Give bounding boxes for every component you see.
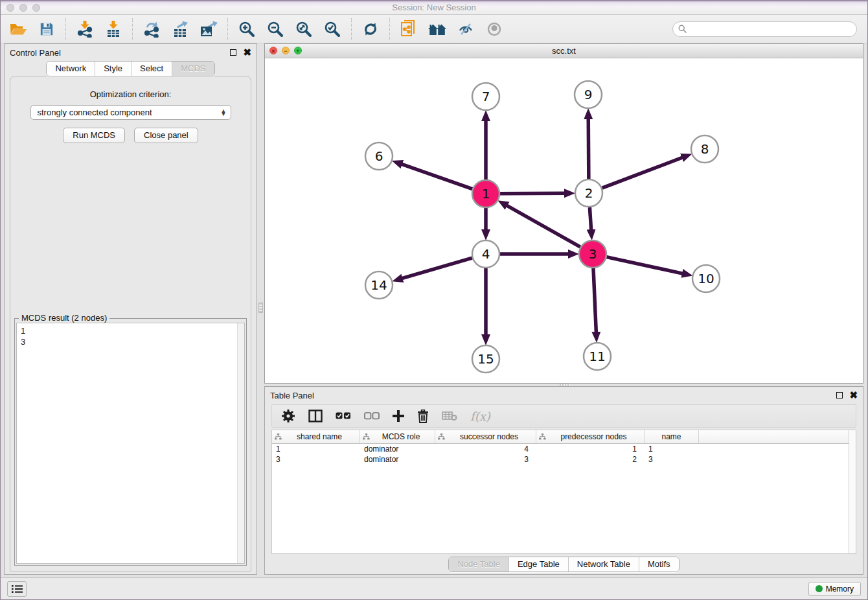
- new-network-from-selection-button[interactable]: [399, 19, 418, 39]
- graph-node-1[interactable]: 1: [472, 180, 499, 207]
- memory-button[interactable]: Memory: [808, 582, 861, 596]
- network-graph[interactable]: 7968124314101511: [265, 58, 863, 383]
- graph-node-7[interactable]: 7: [472, 83, 499, 110]
- cell-successor-nodes[interactable]: 4: [435, 444, 536, 454]
- deselect-all-columns-button[interactable]: [364, 408, 380, 424]
- table-tabs: Node Table Edge Table Network Table Moti…: [265, 554, 863, 574]
- tab-mcds[interactable]: MCDS: [172, 62, 214, 76]
- mcds-result-box: MCDS result (2 nodes) 1 3: [14, 318, 247, 566]
- graph-edge-3-10[interactable]: [606, 257, 683, 274]
- close-panel-icon[interactable]: ✖: [849, 392, 858, 398]
- graph-edge-2-3[interactable]: [589, 207, 591, 231]
- cell-predecessor-nodes[interactable]: 2: [536, 455, 645, 464]
- eye-disabled-icon: [486, 21, 503, 37]
- import-table-button[interactable]: [104, 19, 123, 39]
- graph-node-11[interactable]: 11: [584, 343, 611, 370]
- export-table-button[interactable]: [170, 19, 190, 39]
- zoom-fit-button[interactable]: [294, 19, 314, 39]
- run-mcds-button[interactable]: Run MCDS: [63, 128, 125, 143]
- mcds-result-values[interactable]: 1 3: [17, 323, 237, 563]
- column-header-name[interactable]: name: [645, 430, 699, 443]
- svg-text:10: 10: [698, 271, 714, 286]
- tab-style[interactable]: Style: [95, 62, 131, 76]
- graph-edge-1-6[interactable]: [401, 164, 472, 189]
- cell-mcds-role[interactable]: dominator: [360, 455, 435, 464]
- select-all-columns-button[interactable]: [336, 408, 351, 424]
- cell-shared-name[interactable]: 1: [272, 444, 360, 454]
- graph-edge-4-14[interactable]: [402, 258, 472, 279]
- tab-network-table[interactable]: Network Table: [568, 557, 639, 571]
- export-network-button[interactable]: [142, 19, 161, 39]
- cell-mcds-role[interactable]: dominator: [360, 444, 435, 454]
- unchecked-checkboxes-icon: [364, 412, 380, 420]
- save-session-button[interactable]: [37, 19, 56, 39]
- refresh-button[interactable]: [361, 19, 380, 39]
- horizontal-splitter[interactable]: [264, 384, 863, 386]
- graph-node-9[interactable]: 9: [575, 81, 602, 108]
- cell-name[interactable]: 1: [645, 444, 699, 454]
- delete-column-button[interactable]: [417, 408, 429, 424]
- cell-name[interactable]: 3: [645, 455, 699, 464]
- table-row[interactable]: 1 dominator 4 1 1: [272, 444, 849, 454]
- toggle-graphics-details-button[interactable]: [456, 19, 475, 39]
- close-panel-icon[interactable]: ✖: [243, 49, 251, 56]
- add-column-button[interactable]: [393, 408, 404, 424]
- table-settings-button[interactable]: [281, 408, 295, 424]
- open-session-button[interactable]: [8, 19, 28, 39]
- zoom-window-button[interactable]: [32, 4, 40, 12]
- export-image-button[interactable]: [199, 19, 218, 39]
- tab-network[interactable]: Network: [47, 62, 95, 76]
- table-row[interactable]: 3 dominator 3 2 3: [272, 454, 849, 465]
- zoom-selected-button[interactable]: [323, 19, 342, 39]
- import-network-button[interactable]: [75, 19, 95, 39]
- column-header-predecessor-nodes[interactable]: predecessor nodes: [536, 430, 645, 443]
- tab-edge-table[interactable]: Edge Table: [508, 557, 568, 571]
- vertical-splitter[interactable]: [257, 43, 264, 575]
- graph-node-6[interactable]: 6: [365, 143, 393, 170]
- graph-edge-2-9[interactable]: [588, 118, 589, 179]
- tab-node-table[interactable]: Node Table: [449, 557, 508, 571]
- graph-edge-2-8[interactable]: [602, 157, 683, 188]
- close-panel-button[interactable]: Close panel: [134, 128, 198, 143]
- show-log-button[interactable]: [7, 581, 27, 597]
- splitter-grip[interactable]: [258, 303, 263, 313]
- float-panel-icon[interactable]: [230, 49, 236, 56]
- splitter-grip[interactable]: [560, 384, 570, 386]
- network-canvas[interactable]: 7968124314101511: [265, 58, 863, 383]
- float-panel-icon[interactable]: [836, 392, 843, 398]
- table-scrollbar[interactable]: [849, 430, 856, 553]
- column-header-successor-nodes[interactable]: successor nodes: [435, 430, 536, 443]
- cell-predecessor-nodes[interactable]: 1: [536, 444, 645, 454]
- zoom-in-button[interactable]: [237, 19, 257, 39]
- graph-node-10[interactable]: 10: [692, 265, 720, 292]
- split-columns-button[interactable]: [308, 408, 323, 424]
- result-scrollbar[interactable]: [237, 323, 244, 563]
- close-window-button[interactable]: [6, 4, 14, 12]
- cell-successor-nodes[interactable]: 3: [435, 455, 536, 464]
- criterion-dropdown[interactable]: strongly connected component ▲▼: [30, 105, 231, 120]
- graph-node-4[interactable]: 4: [472, 240, 499, 268]
- search-box[interactable]: [672, 21, 857, 37]
- zoom-out-button[interactable]: [266, 19, 285, 39]
- column-header-shared-name[interactable]: shared name: [272, 430, 360, 443]
- graph-edge-3-1[interactable]: [506, 205, 580, 248]
- tab-motifs[interactable]: Motifs: [639, 557, 679, 571]
- graph-node-14[interactable]: 14: [365, 271, 393, 299]
- network-zoom-button[interactable]: +: [294, 47, 302, 54]
- graph-node-15[interactable]: 15: [472, 345, 499, 373]
- search-icon: [678, 25, 687, 33]
- welcome-screen-button[interactable]: [428, 19, 447, 39]
- tab-select[interactable]: Select: [131, 62, 172, 76]
- network-minimize-button[interactable]: −: [282, 47, 290, 54]
- zoom-fit-icon: [295, 21, 312, 38]
- search-input[interactable]: [690, 25, 851, 34]
- column-header-mcds-role[interactable]: MCDS role: [360, 430, 435, 443]
- graph-node-2[interactable]: 2: [575, 179, 602, 207]
- minimize-window-button[interactable]: [19, 4, 27, 12]
- cell-shared-name[interactable]: 3: [272, 455, 360, 464]
- graph-edge-3-11[interactable]: [593, 268, 596, 333]
- graph-node-3[interactable]: 3: [579, 240, 606, 268]
- graph-edge-1-2[interactable]: [500, 193, 565, 194]
- graph-node-8[interactable]: 8: [691, 135, 718, 163]
- network-close-button[interactable]: ×: [269, 47, 277, 54]
